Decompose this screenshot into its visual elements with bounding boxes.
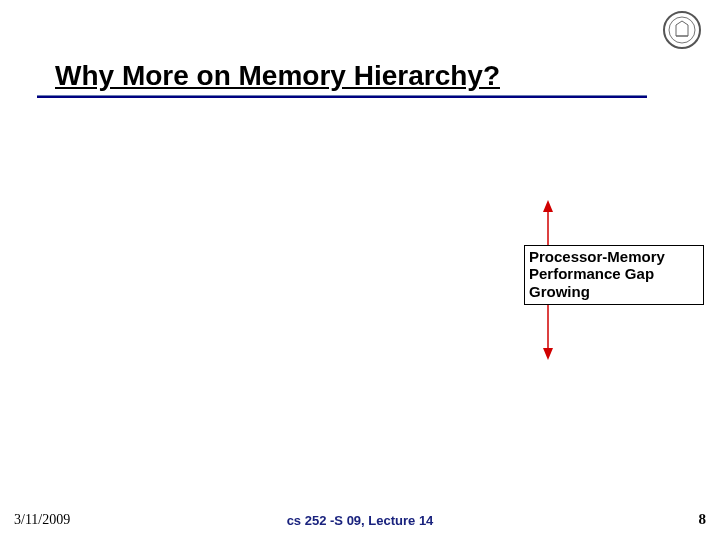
slide: Why More on Memory Hierarchy? Processor-… (0, 0, 720, 540)
footer-page-number: 8 (699, 511, 707, 528)
title-underline (37, 95, 647, 98)
callout-line: Growing (529, 283, 699, 300)
footer: 3/11/2009 cs 252 -S 09, Lecture 14 8 (0, 508, 720, 528)
callout-line: Processor-Memory (529, 248, 699, 265)
svg-marker-5 (543, 348, 553, 360)
svg-marker-4 (543, 200, 553, 212)
gap-callout: Processor-Memory Performance Gap Growing (524, 245, 704, 305)
callout-line: Performance Gap (529, 265, 699, 282)
university-seal-icon (662, 10, 702, 50)
slide-title: Why More on Memory Hierarchy? (55, 60, 500, 92)
footer-lecture: cs 252 -S 09, Lecture 14 (0, 513, 720, 528)
